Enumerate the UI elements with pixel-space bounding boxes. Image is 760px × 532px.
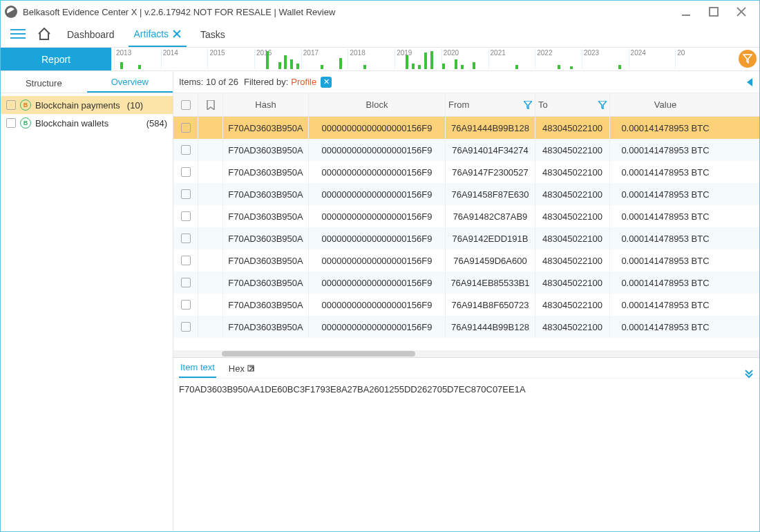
- row-checkbox-cell[interactable]: [173, 161, 198, 183]
- row-bookmark-cell[interactable]: [198, 139, 223, 161]
- checkbox[interactable]: [181, 256, 191, 265]
- filter-chip-profile[interactable]: Profile: [291, 77, 316, 87]
- report-button[interactable]: Report: [1, 48, 111, 70]
- timeline-bar[interactable]: [321, 65, 323, 69]
- header-to[interactable]: To: [535, 93, 610, 116]
- tree-item-blockchain-payments[interactable]: BBlockchain payments(10): [1, 96, 173, 114]
- header-value[interactable]: Value: [610, 93, 721, 116]
- table-row[interactable]: F70AD3603B950A00000000000000000156F976A9…: [173, 294, 759, 316]
- checkbox[interactable]: [181, 189, 191, 199]
- row-bookmark-cell[interactable]: [198, 316, 223, 338]
- checkbox[interactable]: [181, 123, 191, 133]
- timeline-bar[interactable]: [570, 66, 573, 69]
- table-row[interactable]: F70AD3603B950A00000000000000000156F976A9…: [173, 272, 759, 294]
- row-checkbox-cell[interactable]: [173, 183, 198, 205]
- detail-content[interactable]: F70AD3603B950AA1DE60BC3F1793E8A27BA26012…: [173, 379, 759, 531]
- row-checkbox-cell[interactable]: [173, 227, 198, 249]
- row-bookmark-cell[interactable]: [198, 161, 223, 183]
- table-body[interactable]: F70AD3603B950A00000000000000000156F976A9…: [173, 117, 759, 350]
- timeline[interactable]: 2013201420152016201720182019202020212022…: [114, 49, 732, 69]
- row-bookmark-cell[interactable]: [198, 272, 223, 294]
- hamburger-menu-icon[interactable]: [9, 25, 27, 43]
- detail-tab-item-text[interactable]: Item text: [179, 358, 216, 378]
- timeline-bar[interactable]: [618, 65, 621, 69]
- timeline-bar[interactable]: [363, 65, 366, 69]
- row-bookmark-cell[interactable]: [198, 117, 223, 139]
- timeline-bar[interactable]: [424, 53, 427, 69]
- table-row[interactable]: F70AD3603B950A00000000000000000156F976A9…: [173, 117, 759, 139]
- row-checkbox-cell[interactable]: [173, 117, 198, 139]
- funnel-icon[interactable]: [521, 101, 532, 109]
- timeline-bar[interactable]: [455, 59, 457, 69]
- nav-tab-tasks[interactable]: Tasks: [195, 22, 231, 47]
- nav-tab-artifacts[interactable]: Artifacts: [129, 22, 187, 47]
- checkbox[interactable]: [181, 300, 191, 310]
- checkbox[interactable]: [181, 234, 191, 243]
- header-block[interactable]: Block: [309, 93, 446, 116]
- checkbox[interactable]: [181, 322, 191, 332]
- tree-item-blockchain-wallets[interactable]: BBlockchain wallets(584): [1, 114, 173, 132]
- timeline-bar[interactable]: [558, 65, 560, 69]
- row-checkbox-cell[interactable]: [173, 272, 198, 294]
- scrollbar-thumb[interactable]: [222, 351, 415, 357]
- collapse-panel-button[interactable]: [744, 368, 754, 378]
- maximize-button[interactable]: [700, 2, 728, 21]
- left-tab-overview[interactable]: Overview: [87, 73, 173, 93]
- table-row[interactable]: F70AD3603B950A00000000000000000156F976A9…: [173, 249, 759, 272]
- timeline-bar[interactable]: [339, 58, 342, 69]
- checkbox[interactable]: [181, 211, 191, 221]
- timeline-bar[interactable]: [278, 62, 281, 69]
- row-bookmark-cell[interactable]: [198, 249, 223, 272]
- detail-tab-hex[interactable]: Hex: [227, 359, 257, 378]
- timeline-filter-button[interactable]: [739, 50, 757, 68]
- row-checkbox-cell[interactable]: [173, 294, 198, 316]
- row-checkbox-cell[interactable]: [173, 249, 198, 272]
- row-bookmark-cell[interactable]: [198, 227, 223, 249]
- row-bookmark-cell[interactable]: [198, 294, 223, 316]
- checkbox[interactable]: [6, 118, 16, 128]
- timeline-bar[interactable]: [418, 65, 421, 69]
- checkbox[interactable]: [181, 278, 191, 287]
- table-row[interactable]: F70AD3603B950A00000000000000000156F976A9…: [173, 161, 759, 183]
- checkbox[interactable]: [181, 167, 191, 177]
- home-icon[interactable]: [35, 25, 53, 43]
- timeline-bar[interactable]: [515, 65, 518, 69]
- timeline-bar[interactable]: [138, 65, 141, 69]
- horizontal-scrollbar[interactable]: [173, 350, 759, 357]
- filter-chip-remove-button[interactable]: ✕: [321, 77, 332, 88]
- timeline-bar[interactable]: [284, 55, 287, 69]
- header-from[interactable]: From: [446, 93, 535, 116]
- timeline-bar[interactable]: [290, 59, 293, 69]
- timeline-bar[interactable]: [120, 62, 123, 69]
- close-icon[interactable]: [173, 30, 181, 38]
- table-row[interactable]: F70AD3603B950A00000000000000000156F976A9…: [173, 316, 759, 338]
- row-bookmark-cell[interactable]: [198, 183, 223, 205]
- goto-start-button[interactable]: [743, 77, 754, 88]
- timeline-bar[interactable]: [430, 51, 433, 69]
- timeline-bar[interactable]: [296, 64, 299, 69]
- row-checkbox-cell[interactable]: [173, 139, 198, 161]
- funnel-icon[interactable]: [596, 101, 607, 109]
- row-checkbox-cell[interactable]: [173, 205, 198, 227]
- header-bookmark-col[interactable]: [198, 93, 223, 116]
- timeline-bar[interactable]: [461, 65, 464, 69]
- timeline-bar[interactable]: [442, 64, 445, 69]
- row-checkbox-cell[interactable]: [173, 316, 198, 338]
- checkbox[interactable]: [6, 100, 16, 110]
- header-hash[interactable]: Hash: [223, 93, 309, 116]
- table-row[interactable]: F70AD3603B950A00000000000000000156F976A9…: [173, 227, 759, 249]
- table-row[interactable]: F70AD3603B950A00000000000000000156F976A9…: [173, 139, 759, 161]
- minimize-button[interactable]: [672, 2, 700, 21]
- left-tab-structure[interactable]: Structure: [1, 74, 87, 93]
- timeline-bar[interactable]: [266, 51, 269, 69]
- table-row[interactable]: F70AD3603B950A00000000000000000156F976A9…: [173, 183, 759, 205]
- row-bookmark-cell[interactable]: [198, 205, 223, 227]
- timeline-bar[interactable]: [412, 64, 415, 69]
- timeline-bar[interactable]: [406, 55, 408, 69]
- nav-tab-dashboard[interactable]: Dashboard: [61, 22, 120, 47]
- close-button[interactable]: [728, 2, 755, 21]
- table-row[interactable]: F70AD3603B950A00000000000000000156F976A9…: [173, 205, 759, 227]
- timeline-bar[interactable]: [473, 62, 475, 69]
- header-checkbox-col[interactable]: [173, 93, 198, 116]
- checkbox[interactable]: [181, 145, 191, 155]
